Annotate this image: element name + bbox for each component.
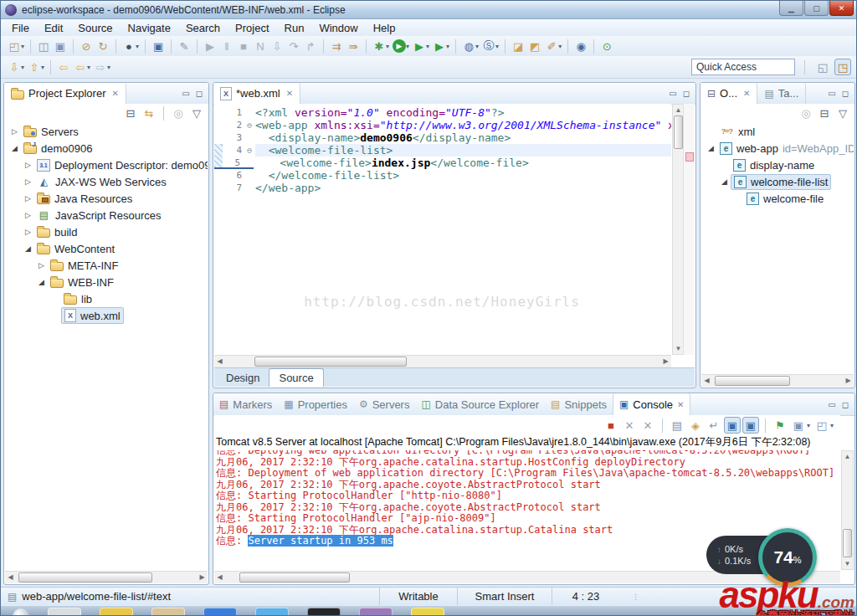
- fold-collapse-icon[interactable]: ⊖: [244, 119, 255, 131]
- taskbar-app-icon[interactable]: [255, 608, 289, 616]
- tree-item-demo0906[interactable]: ◢demo0906: [5, 140, 208, 157]
- menu-run[interactable]: Run: [277, 20, 312, 36]
- tree-item-lib[interactable]: lib: [5, 290, 208, 307]
- close-window-icon[interactable]: ✕: [829, 1, 854, 16]
- remove-launch-icon[interactable]: ✕: [621, 417, 638, 434]
- save-all-icon[interactable]: ▣: [52, 38, 69, 54]
- twisty-icon[interactable]: ◢: [8, 144, 21, 152]
- code-text[interactable]: </web-app>: [255, 182, 671, 194]
- skip-all-breakpoints-icon[interactable]: ⊘: [78, 38, 95, 54]
- fold-collapse-icon[interactable]: ⊖: [244, 144, 255, 157]
- tree-item-web-app[interactable]: ◢eweb-appid=WebApp_ID: [701, 140, 854, 157]
- menu-edit[interactable]: Edit: [37, 20, 70, 36]
- taskbar-app-icon[interactable]: [359, 608, 393, 616]
- forward-dropdown-icon[interactable]: ▾: [107, 64, 110, 71]
- scroll-left-icon[interactable]: ◀: [5, 572, 16, 583]
- menu-window[interactable]: Window: [311, 20, 365, 36]
- scroll-right-icon[interactable]: ▶: [197, 572, 208, 583]
- explorer-hscrollbar[interactable]: ◀ ▶: [5, 571, 208, 583]
- tab-data-source-explorer[interactable]: ◫Data Source Explorer: [415, 393, 545, 415]
- export-icon[interactable]: ◩: [526, 38, 543, 54]
- minimize-view-icon[interactable]: ▭: [669, 89, 676, 98]
- tree-item-java-resources[interactable]: ▷Java Resources: [5, 190, 208, 207]
- twisty-icon[interactable]: ▷: [35, 261, 48, 270]
- focus-on-active-task-icon[interactable]: ◎: [170, 105, 187, 121]
- twisty-icon[interactable]: ◢: [22, 244, 34, 253]
- tree-item-javascript-resources[interactable]: ▷▤JavaScript Resources: [5, 207, 208, 223]
- code-line-1[interactable]: 1<?xml version="1.0" encoding="UTF-8"?>: [214, 106, 671, 119]
- twisty-icon[interactable]: ◢: [35, 278, 48, 286]
- cpu-gauge[interactable]: 74 %: [758, 528, 817, 587]
- scroll-thumb[interactable]: [674, 116, 683, 149]
- tree-item-web-xml[interactable]: Xweb.xml: [5, 307, 208, 324]
- overview-ruler[interactable]: [683, 104, 695, 355]
- tree-item-welcome-file-list[interactable]: ◢ewelcome-file-list: [701, 173, 854, 190]
- code-text[interactable]: </welcome-file-list>: [255, 169, 671, 182]
- new-wizard-dropdown-icon[interactable]: ▾: [21, 43, 24, 50]
- tree-item-servers[interactable]: ▷Servers: [5, 123, 208, 140]
- menu-search[interactable]: Search: [178, 20, 228, 36]
- close-editor-tab-icon[interactable]: ✕: [286, 89, 293, 98]
- close-icon[interactable]: ✕: [677, 400, 684, 409]
- maximize-view-icon[interactable]: ◻: [842, 400, 849, 409]
- clear-console-icon[interactable]: ▤: [669, 417, 685, 434]
- search-icon[interactable]: ⊙: [598, 38, 615, 54]
- debug-icon[interactable]: ✱: [371, 38, 387, 54]
- web-service-explorer-icon[interactable]: Ⓢ: [480, 38, 497, 54]
- menu-source[interactable]: Source: [70, 20, 120, 36]
- show-on-stderr-icon[interactable]: ▣: [742, 417, 759, 434]
- pause-icon[interactable]: ‖: [218, 38, 235, 54]
- tab-outline[interactable]: ⊟ O... ✕: [700, 83, 757, 104]
- twisty-icon[interactable]: ◢: [705, 144, 717, 152]
- close-icon[interactable]: ✕: [111, 89, 118, 98]
- run-dropdown-icon[interactable]: ▾: [406, 43, 409, 50]
- tab-tasks[interactable]: ▤ Ta...: [757, 83, 806, 104]
- remove-all-terminated-icon[interactable]: ✕: [639, 417, 656, 434]
- code-text[interactable]: <display-name>demo0906</display-name>: [255, 131, 671, 144]
- tree-item-meta-inf[interactable]: ▷META-INF: [5, 257, 208, 274]
- taskbar-app-icon[interactable]: [307, 608, 341, 616]
- terminate-server-icon[interactable]: ■: [603, 417, 619, 434]
- scroll-left-icon[interactable]: ◀: [214, 356, 225, 367]
- twisty-icon[interactable]: ▷: [22, 161, 34, 169]
- resume-icon[interactable]: ▶: [202, 38, 218, 54]
- open-perspective-icon[interactable]: ◱: [814, 59, 831, 75]
- profile-icon[interactable]: ▶: [431, 38, 448, 54]
- new-web-service-icon[interactable]: ◍: [460, 38, 477, 54]
- menu-navigate[interactable]: Navigate: [121, 20, 178, 36]
- show-on-stdout-icon[interactable]: ▣: [724, 417, 741, 434]
- code-line-7[interactable]: 7</web-app>: [214, 182, 671, 194]
- tab-console[interactable]: ▣Console✕: [613, 393, 690, 415]
- taskbar-app-icon[interactable]: [48, 608, 81, 616]
- terminate-icon[interactable]: ■: [235, 38, 252, 54]
- code-text[interactable]: <welcome-file>index.jsp</welcome-file>: [254, 157, 671, 169]
- user-account-dropdown-icon[interactable]: ▾: [136, 43, 139, 50]
- open-console-dropdown-icon[interactable]: ▾: [830, 422, 834, 429]
- tree-item-deployment-descriptor-demo0906[interactable]: ▷3.1Deployment Descriptor: demo0906: [5, 157, 208, 173]
- editor-hscrollbar[interactable]: ◀ ▶: [214, 355, 671, 367]
- run-last-tool-icon[interactable]: ⇉: [328, 38, 345, 54]
- code-line-5[interactable]: 5 <welcome-file>index.jsp</welcome-file>: [214, 157, 671, 169]
- close-icon[interactable]: ✕: [743, 89, 750, 98]
- tab-source[interactable]: Source: [269, 368, 323, 387]
- scroll-up-icon[interactable]: ▲: [842, 451, 853, 462]
- menu-file[interactable]: File: [4, 20, 37, 36]
- previous-annotation-icon[interactable]: ⇧: [26, 59, 43, 75]
- menu-help[interactable]: Help: [366, 20, 403, 36]
- open-web-browser-icon[interactable]: ◉: [572, 38, 589, 54]
- code-lines[interactable]: 1<?xml version="1.0" encoding="UTF-8"?>2…: [214, 104, 671, 355]
- speed-monitor-widget[interactable]: ↑ 0K/s ↓ 0.1K/s 74 %: [706, 528, 857, 590]
- tree-item-jax-ws-web-services[interactable]: ▷◭JAX-WS Web Services: [5, 173, 208, 190]
- code-text[interactable]: <web-app xmlns:xsi="http://www.w3.org/20…: [255, 119, 671, 131]
- collapse-all-icon[interactable]: ⊟: [816, 105, 833, 121]
- coverage-dropdown-icon[interactable]: ▾: [426, 43, 429, 50]
- scroll-thumb[interactable]: [254, 357, 407, 367]
- view-menu-icon[interactable]: ▽: [834, 105, 851, 121]
- twisty-icon[interactable]: ◢: [718, 177, 731, 186]
- profile-dropdown-icon[interactable]: ▾: [446, 43, 449, 50]
- maximize-view-icon[interactable]: ◻: [196, 89, 203, 98]
- minimize-view-icon[interactable]: ▭: [828, 89, 835, 98]
- maximize-window-icon[interactable]: ▢: [804, 1, 829, 16]
- selected-console-text[interactable]: Server startup in 953 ms: [248, 535, 393, 547]
- java-ee-perspective-icon[interactable]: ◳: [834, 59, 851, 75]
